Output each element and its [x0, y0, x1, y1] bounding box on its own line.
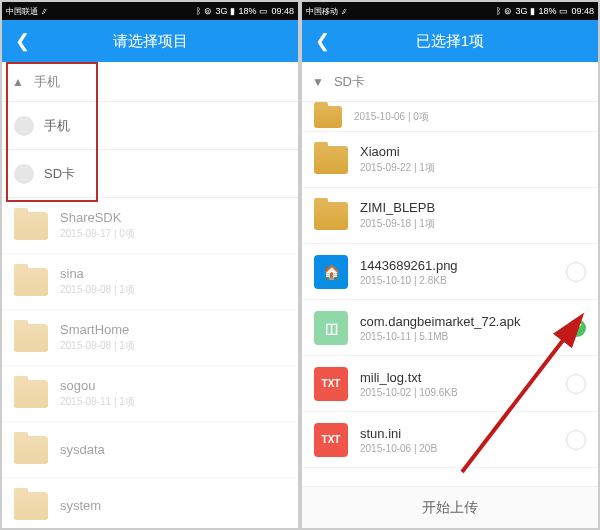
breadcrumb-label: SD卡: [334, 73, 365, 91]
bluetooth-icon: ᛒ: [496, 6, 501, 16]
item-name: Xiaomi: [360, 144, 435, 159]
folder-icon: [14, 324, 48, 352]
clock: 09:48: [571, 6, 594, 16]
chevron-down-icon: ▼: [312, 75, 324, 89]
list-item[interactable]: TXT mili_log.txt2015-10-02 | 109.6KB: [302, 356, 598, 412]
item-name: stun.ini: [360, 426, 437, 441]
clock: 09:48: [271, 6, 294, 16]
list-item[interactable]: ZIMI_BLEPB2015-09-18 | 1项: [302, 188, 598, 244]
item-name: com.dangbeimarket_72.apk: [360, 314, 520, 329]
breadcrumb[interactable]: ▼ SD卡: [302, 62, 598, 102]
page-title: 已选择1项: [302, 32, 598, 51]
list-item[interactable]: ◫ com.dangbeimarket_72.apk2015-10-11 | 5…: [302, 300, 598, 356]
wifi-icon: ⊚: [504, 6, 512, 16]
list-item[interactable]: 2015-10-06 | 0项: [302, 102, 598, 132]
select-circle[interactable]: [566, 430, 586, 450]
list-item[interactable]: sogou2015-09-11 | 1项: [2, 366, 298, 422]
item-name: system: [60, 498, 101, 513]
upload-button[interactable]: 开始上传: [302, 486, 598, 528]
net-label: 3G: [215, 6, 227, 16]
item-sub: 2015-10-10 | 2.8KB: [360, 275, 458, 286]
txt-icon: TXT: [314, 423, 348, 457]
signal-icon: ⫽: [340, 7, 348, 16]
item-name: ShareSDK: [60, 210, 135, 225]
item-sub: 2015-09-11 | 1项: [60, 395, 135, 409]
item-name: mili_log.txt: [360, 370, 458, 385]
item-sub: 2015-09-18 | 1项: [360, 217, 435, 231]
item-sub: 2015-09-17 | 0项: [60, 227, 135, 241]
left-screenshot: 中国联通 ⫽ ᛒ ⊚ 3G ▮ 18% ▭ 09:48 ❮ 请选择项目 ▲ 手机…: [2, 2, 298, 528]
list-item[interactable]: system: [2, 478, 298, 528]
back-button[interactable]: ❮: [2, 20, 42, 62]
net-label: 3G: [515, 6, 527, 16]
item-name: sogou: [60, 378, 135, 393]
list-item[interactable]: 🏠 1443689261.png2015-10-10 | 2.8KB: [302, 244, 598, 300]
item-sub: 2015-10-06 | 20B: [360, 443, 437, 454]
checked-icon[interactable]: [568, 319, 586, 337]
item-name: ZIMI_BLEPB: [360, 200, 435, 215]
right-screenshot: 中国移动 ⫽ ᛒ ⊚ 3G ▮ 18% ▭ 09:48 ❮ 已选择1项 ▼ SD…: [302, 2, 598, 528]
list-item[interactable]: Xiaomi2015-09-22 | 1项: [302, 132, 598, 188]
folder-icon: [14, 268, 48, 296]
page-title: 请选择项目: [2, 32, 298, 51]
item-name: sina: [60, 266, 135, 281]
item-name: sysdata: [60, 442, 105, 457]
apk-icon: ◫: [314, 311, 348, 345]
upload-label: 开始上传: [422, 499, 478, 517]
back-button[interactable]: ❮: [302, 20, 342, 62]
item-sub: 2015-09-08 | 1项: [60, 339, 135, 353]
list-item[interactable]: sysdata: [2, 422, 298, 478]
battery-pct: 18%: [238, 6, 256, 16]
signal-bars-icon: ▮: [530, 6, 535, 16]
png-icon: 🏠: [314, 255, 348, 289]
list-item[interactable]: SmartHome2015-09-08 | 1项: [2, 310, 298, 366]
battery-icon: ▭: [259, 6, 268, 16]
folder-icon: [314, 106, 342, 128]
item-sub: 2015-09-08 | 1项: [60, 283, 135, 297]
wifi-icon: ⊚: [204, 6, 212, 16]
dropdown-highlight: [6, 62, 98, 202]
file-list[interactable]: 2015-10-06 | 0项 Xiaomi2015-09-22 | 1项 ZI…: [302, 102, 598, 486]
item-sub: 2015-10-02 | 109.6KB: [360, 387, 458, 398]
signal-icon: ⫽: [40, 7, 48, 16]
item-sub: 2015-10-06 | 0项: [354, 110, 429, 124]
carrier-2: 中国移动: [306, 6, 338, 17]
battery-pct: 18%: [538, 6, 556, 16]
folder-icon: [14, 380, 48, 408]
status-bar: 中国移动 ⫽ ᛒ ⊚ 3G ▮ 18% ▭ 09:48: [302, 2, 598, 20]
item-name: SmartHome: [60, 322, 135, 337]
list-item[interactable]: ShareSDK2015-09-17 | 0项: [2, 198, 298, 254]
app-header: ❮ 请选择项目: [2, 20, 298, 62]
file-list[interactable]: ShareSDK2015-09-17 | 0项 sina2015-09-08 |…: [2, 198, 298, 528]
battery-icon: ▭: [559, 6, 568, 16]
txt-icon: TXT: [314, 367, 348, 401]
app-header: ❮ 已选择1项: [302, 20, 598, 62]
folder-icon: [14, 436, 48, 464]
bluetooth-icon: ᛒ: [196, 6, 201, 16]
item-sub: 2015-10-11 | 5.1MB: [360, 331, 520, 342]
signal-bars-icon: ▮: [230, 6, 235, 16]
folder-icon: [314, 202, 348, 230]
item-name: 1443689261.png: [360, 258, 458, 273]
folder-icon: [314, 146, 348, 174]
item-sub: 2015-09-22 | 1项: [360, 161, 435, 175]
folder-icon: [14, 492, 48, 520]
select-circle[interactable]: [566, 374, 586, 394]
folder-icon: [14, 212, 48, 240]
carrier-1: 中国联通: [6, 6, 38, 17]
list-item[interactable]: TXT stun.ini2015-10-06 | 20B: [302, 412, 598, 468]
status-bar: 中国联通 ⫽ ᛒ ⊚ 3G ▮ 18% ▭ 09:48: [2, 2, 298, 20]
select-circle[interactable]: [566, 262, 586, 282]
list-item[interactable]: sina2015-09-08 | 1项: [2, 254, 298, 310]
